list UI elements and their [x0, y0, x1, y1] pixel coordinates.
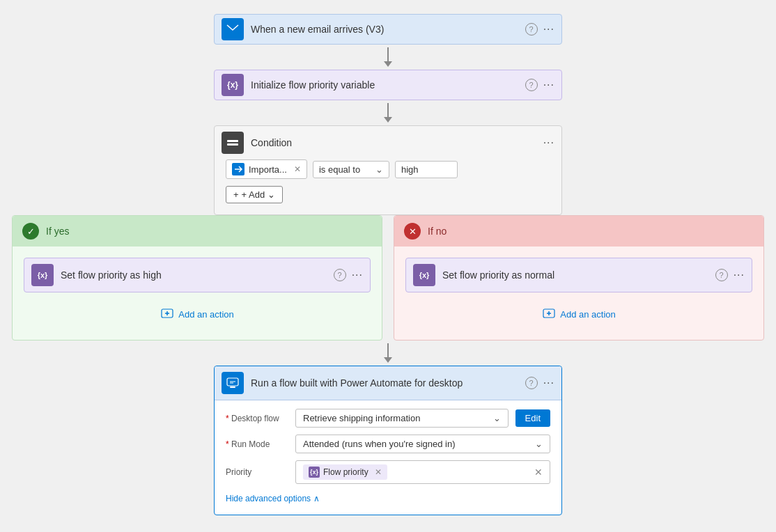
pad-header-label: Run a flow built with Power Automate for…	[251, 377, 525, 389]
variable-more-icon[interactable]: ···	[543, 79, 554, 91]
branch-no-help-icon[interactable]: ?	[715, 269, 728, 281]
branch-no-action-icon: {x}	[413, 264, 435, 286]
run-mode-chevron	[535, 439, 543, 449]
priority-label: Priority	[226, 467, 288, 477]
variable-label: Initialize flow priority variable	[251, 79, 525, 91]
arrow-1	[384, 45, 392, 70]
hide-advanced-button[interactable]: Hide advanced options ∧	[226, 491, 550, 506]
hide-advanced-label: Hide advanced options	[226, 494, 311, 503]
condition-controls: ···	[543, 136, 554, 149]
pad-header: Run a flow built with Power Automate for…	[215, 366, 561, 400]
branch-no-action-controls: ? ···	[715, 269, 745, 281]
branch-no-label: If no	[428, 226, 447, 237]
desktop-flow-value: Retrieve shipping information	[303, 413, 420, 423]
condition-operator-value: is equal to	[319, 164, 360, 175]
arrow-3	[384, 341, 392, 366]
pad-more-icon[interactable]: ···	[543, 377, 554, 389]
run-mode-row: Run Mode Attended (runs when you're sign…	[226, 435, 550, 453]
branch-yes-action-controls: ? ···	[334, 269, 363, 281]
branch-no-more-icon[interactable]: ···	[734, 269, 745, 281]
condition-row: Importa... ✕ is equal to ⌄ high	[226, 159, 550, 179]
branch-yes-action: {x} Set flow priority as high ? ···	[24, 258, 371, 292]
condition-label: Condition	[251, 137, 543, 148]
branch-yes-header: ✓ If yes	[13, 216, 382, 247]
condition-body: Importa... ✕ is equal to ⌄ high + + Add …	[215, 159, 561, 203]
branch-no-action-label: Set flow priority as normal	[442, 269, 715, 281]
priority-input[interactable]: {x} Flow priority ✕ ✕	[295, 460, 550, 484]
branch-yes-action-label: Set flow priority as high	[61, 269, 334, 281]
email-more-icon[interactable]: ···	[543, 23, 554, 36]
arrow-2	[384, 100, 392, 125]
run-mode-input[interactable]: Attended (runs when you're signed in)	[295, 435, 550, 453]
branch-yes-content: {x} Set flow priority as high ? ··· Ad	[13, 247, 382, 339]
condition-operator-chevron: ⌄	[375, 164, 383, 175]
branch-no-add-action[interactable]: Add an action	[405, 301, 752, 328]
desktop-flow-label: Desktop flow	[226, 414, 288, 423]
condition-icon	[222, 132, 244, 154]
condition-value-input[interactable]: high	[395, 161, 458, 178]
branch-no-header: ✕ If no	[394, 216, 763, 247]
svg-rect-1	[227, 140, 238, 142]
run-mode-label: Run Mode	[226, 439, 288, 449]
run-mode-value: Attended (runs when you're signed in)	[303, 439, 456, 449]
priority-chip-icon: {x}	[309, 467, 320, 478]
branch-no-add-label: Add an action	[560, 309, 616, 320]
branch-yes-add-action[interactable]: Add an action	[24, 301, 371, 328]
email-trigger-controls: ? ···	[525, 23, 554, 36]
variable-block: {x} Initialize flow priority variable ? …	[214, 70, 562, 100]
variable-help-icon[interactable]: ?	[525, 79, 538, 91]
condition-chip-icon	[232, 163, 245, 175]
yes-check-icon: ✓	[22, 223, 39, 240]
pad-body: Desktop flow Retrieve shipping informati…	[215, 400, 561, 515]
no-x-icon: ✕	[404, 223, 421, 240]
add-chevron: ⌄	[267, 189, 275, 200]
condition-chip[interactable]: Importa... ✕	[226, 159, 307, 179]
desktop-flow-chevron	[493, 413, 501, 423]
condition-add-button[interactable]: + + Add ⌄	[226, 186, 283, 203]
priority-chip: {x} Flow priority ✕	[303, 464, 387, 480]
priority-chip-label: Flow priority	[323, 467, 368, 477]
branch-yes-help-icon[interactable]: ?	[334, 269, 346, 281]
branch-yes-action-icon: {x}	[31, 264, 54, 286]
email-icon	[222, 18, 244, 40]
email-trigger-label: When a new email arrives (V3)	[251, 24, 525, 35]
branch-yes-label: If yes	[46, 226, 69, 237]
priority-chip-remove[interactable]: ✕	[375, 467, 382, 477]
svg-rect-2	[227, 143, 238, 146]
branch-yes: ✓ If yes {x} Set flow priority as high ?…	[12, 215, 382, 341]
branch-yes-add-label: Add an action	[178, 309, 234, 320]
condition-header: Condition ···	[215, 126, 561, 159]
pad-block: Run a flow built with Power Automate for…	[214, 366, 562, 515]
branch-container: ✓ If yes {x} Set flow priority as high ?…	[12, 215, 764, 341]
pad-help-icon[interactable]: ?	[525, 377, 538, 389]
condition-chip-remove[interactable]: ✕	[294, 164, 301, 174]
desktop-flow-row: Desktop flow Retrieve shipping informati…	[226, 409, 550, 428]
variable-icon: {x}	[222, 74, 244, 96]
svg-rect-6	[230, 386, 235, 388]
condition-block: Condition ··· Importa... ✕ is equal to ⌄	[214, 125, 562, 215]
branch-no-content: {x} Set flow priority as normal ? ···	[394, 247, 763, 339]
add-icon: +	[233, 189, 239, 200]
condition-chip-label: Importa...	[249, 164, 287, 175]
priority-row: Priority {x} Flow priority ✕ ✕	[226, 460, 550, 484]
branch-yes-add-icon	[160, 306, 174, 322]
hide-advanced-chevron: ∧	[313, 494, 320, 503]
branch-no-action: {x} Set flow priority as normal ? ···	[405, 258, 752, 292]
pad-controls: ? ···	[525, 377, 554, 389]
flow-canvas: When a new email arrives (V3) ? ··· {x} …	[0, 0, 776, 532]
variable-controls: ? ···	[525, 79, 554, 91]
pad-icon	[222, 372, 244, 394]
condition-more-icon[interactable]: ···	[543, 136, 554, 149]
branch-no-add-icon	[542, 306, 556, 322]
priority-clear-button[interactable]: ✕	[534, 467, 543, 478]
condition-operator-select[interactable]: is equal to ⌄	[313, 161, 389, 178]
desktop-flow-edit-button[interactable]: Edit	[515, 409, 550, 427]
desktop-flow-input[interactable]: Retrieve shipping information	[295, 409, 509, 428]
email-help-icon[interactable]: ?	[525, 23, 538, 36]
branch-no: ✕ If no {x} Set flow priority as normal …	[394, 215, 764, 341]
branch-yes-more-icon[interactable]: ···	[352, 269, 363, 281]
email-trigger-block: When a new email arrives (V3) ? ···	[214, 14, 562, 45]
